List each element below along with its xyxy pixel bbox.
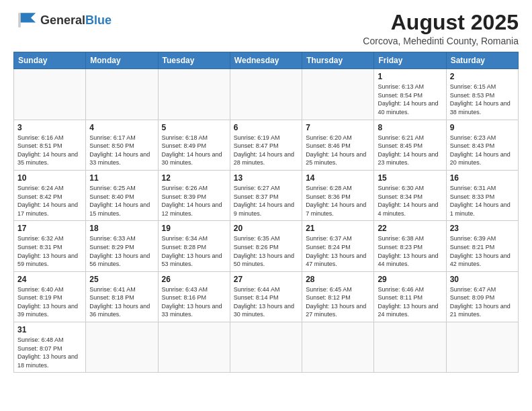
day-info: Sunrise: 6:35 AM Sunset: 8:26 PM Dayligh… bbox=[234, 234, 298, 268]
calendar-cell: 31Sunrise: 6:48 AM Sunset: 8:07 PM Dayli… bbox=[14, 322, 86, 373]
calendar-cell: 14Sunrise: 6:28 AM Sunset: 8:36 PM Dayli… bbox=[302, 170, 374, 220]
day-number: 4 bbox=[89, 123, 154, 132]
calendar-cell: 9Sunrise: 6:23 AM Sunset: 8:43 PM Daylig… bbox=[446, 120, 518, 170]
day-info: Sunrise: 6:32 AM Sunset: 8:31 PM Dayligh… bbox=[17, 234, 82, 268]
calendar-cell bbox=[446, 322, 518, 373]
calendar-cell: 30Sunrise: 6:47 AM Sunset: 8:09 PM Dayli… bbox=[446, 271, 518, 322]
calendar-cell: 12Sunrise: 6:26 AM Sunset: 8:39 PM Dayli… bbox=[158, 170, 230, 220]
day-info: Sunrise: 6:38 AM Sunset: 8:23 PM Dayligh… bbox=[378, 234, 442, 268]
day-info: Sunrise: 6:27 AM Sunset: 8:37 PM Dayligh… bbox=[234, 184, 298, 218]
day-info: Sunrise: 6:48 AM Sunset: 8:07 PM Dayligh… bbox=[17, 336, 82, 369]
day-info: Sunrise: 6:40 AM Sunset: 8:19 PM Dayligh… bbox=[17, 285, 82, 319]
calendar-cell: 22Sunrise: 6:38 AM Sunset: 8:23 PM Dayli… bbox=[374, 221, 446, 271]
calendar-cell: 10Sunrise: 6:24 AM Sunset: 8:42 PM Dayli… bbox=[14, 170, 86, 220]
day-number: 13 bbox=[234, 173, 298, 183]
weekday-tuesday: Tuesday bbox=[158, 52, 230, 69]
day-number: 31 bbox=[17, 325, 82, 334]
day-number: 16 bbox=[450, 173, 515, 183]
day-info: Sunrise: 6:47 AM Sunset: 8:09 PM Dayligh… bbox=[450, 285, 515, 319]
day-info: Sunrise: 6:17 AM Sunset: 8:50 PM Dayligh… bbox=[89, 134, 154, 167]
subtitle: Corcova, Mehedinti County, Romania bbox=[363, 36, 519, 46]
header: GeneralBlue August 2025 Corcova, Mehedin… bbox=[13, 11, 519, 46]
day-info: Sunrise: 6:31 AM Sunset: 8:33 PM Dayligh… bbox=[450, 184, 515, 218]
calendar-cell: 25Sunrise: 6:41 AM Sunset: 8:18 PM Dayli… bbox=[86, 271, 158, 322]
calendar-cell: 3Sunrise: 6:16 AM Sunset: 8:51 PM Daylig… bbox=[14, 120, 86, 170]
day-number: 22 bbox=[378, 224, 442, 233]
calendar-cell bbox=[230, 322, 302, 373]
calendar-cell bbox=[158, 69, 230, 120]
day-number: 5 bbox=[162, 123, 226, 132]
day-info: Sunrise: 6:23 AM Sunset: 8:43 PM Dayligh… bbox=[450, 134, 515, 167]
day-info: Sunrise: 6:33 AM Sunset: 8:29 PM Dayligh… bbox=[89, 234, 154, 268]
day-info: Sunrise: 6:13 AM Sunset: 8:54 PM Dayligh… bbox=[378, 83, 442, 116]
weekday-saturday: Saturday bbox=[446, 52, 518, 69]
calendar-cell: 18Sunrise: 6:33 AM Sunset: 8:29 PM Dayli… bbox=[86, 221, 158, 271]
day-number: 6 bbox=[234, 123, 298, 132]
day-number: 17 bbox=[17, 224, 82, 233]
page: GeneralBlue August 2025 Corcova, Mehedin… bbox=[0, 0, 532, 411]
calendar-cell: 21Sunrise: 6:37 AM Sunset: 8:24 PM Dayli… bbox=[302, 221, 374, 271]
week-row-2: 3Sunrise: 6:16 AM Sunset: 8:51 PM Daylig… bbox=[14, 120, 519, 170]
calendar-cell: 23Sunrise: 6:39 AM Sunset: 8:21 PM Dayli… bbox=[446, 221, 518, 271]
day-number: 10 bbox=[17, 173, 82, 183]
day-info: Sunrise: 6:37 AM Sunset: 8:24 PM Dayligh… bbox=[306, 234, 370, 268]
calendar-cell: 8Sunrise: 6:21 AM Sunset: 8:45 PM Daylig… bbox=[374, 120, 446, 170]
day-number: 8 bbox=[378, 123, 442, 132]
day-number: 3 bbox=[17, 123, 82, 132]
logo-text: GeneralBlue bbox=[40, 14, 112, 27]
calendar-cell bbox=[230, 69, 302, 120]
day-number: 29 bbox=[378, 275, 442, 284]
generalblue-icon bbox=[13, 11, 38, 30]
day-info: Sunrise: 6:46 AM Sunset: 8:11 PM Dayligh… bbox=[378, 285, 442, 319]
day-number: 12 bbox=[162, 173, 226, 183]
day-info: Sunrise: 6:44 AM Sunset: 8:14 PM Dayligh… bbox=[234, 285, 298, 319]
calendar-cell: 5Sunrise: 6:18 AM Sunset: 8:49 PM Daylig… bbox=[158, 120, 230, 170]
day-info: Sunrise: 6:24 AM Sunset: 8:42 PM Dayligh… bbox=[17, 184, 82, 218]
day-info: Sunrise: 6:20 AM Sunset: 8:46 PM Dayligh… bbox=[306, 134, 370, 167]
calendar-cell: 16Sunrise: 6:31 AM Sunset: 8:33 PM Dayli… bbox=[446, 170, 518, 220]
day-number: 27 bbox=[234, 275, 298, 284]
day-info: Sunrise: 6:41 AM Sunset: 8:18 PM Dayligh… bbox=[89, 285, 154, 319]
day-number: 1 bbox=[378, 72, 442, 81]
day-info: Sunrise: 6:19 AM Sunset: 8:47 PM Dayligh… bbox=[234, 134, 298, 167]
weekday-monday: Monday bbox=[86, 52, 158, 69]
day-info: Sunrise: 6:43 AM Sunset: 8:16 PM Dayligh… bbox=[162, 285, 226, 319]
logo: GeneralBlue bbox=[13, 11, 112, 30]
day-number: 19 bbox=[162, 224, 226, 233]
calendar-cell: 1Sunrise: 6:13 AM Sunset: 8:54 PM Daylig… bbox=[374, 69, 446, 120]
calendar-header: SundayMondayTuesdayWednesdayThursdayFrid… bbox=[14, 52, 519, 69]
day-info: Sunrise: 6:16 AM Sunset: 8:51 PM Dayligh… bbox=[17, 134, 82, 167]
day-number: 21 bbox=[306, 224, 370, 233]
day-number: 23 bbox=[450, 224, 515, 233]
week-row-6: 31Sunrise: 6:48 AM Sunset: 8:07 PM Dayli… bbox=[14, 322, 519, 373]
calendar-cell bbox=[158, 322, 230, 373]
day-info: Sunrise: 6:28 AM Sunset: 8:36 PM Dayligh… bbox=[306, 184, 370, 218]
day-number: 26 bbox=[162, 275, 226, 284]
day-info: Sunrise: 6:34 AM Sunset: 8:28 PM Dayligh… bbox=[162, 234, 226, 268]
calendar-cell: 2Sunrise: 6:15 AM Sunset: 8:53 PM Daylig… bbox=[446, 69, 518, 120]
weekday-sunday: Sunday bbox=[14, 52, 86, 69]
day-number: 25 bbox=[89, 275, 154, 284]
day-info: Sunrise: 6:39 AM Sunset: 8:21 PM Dayligh… bbox=[450, 234, 515, 268]
day-number: 9 bbox=[450, 123, 515, 132]
day-number: 2 bbox=[450, 72, 515, 81]
calendar-cell bbox=[374, 322, 446, 373]
calendar-cell: 4Sunrise: 6:17 AM Sunset: 8:50 PM Daylig… bbox=[86, 120, 158, 170]
calendar-cell bbox=[302, 69, 374, 120]
calendar-cell bbox=[86, 69, 158, 120]
calendar-cell bbox=[86, 322, 158, 373]
day-number: 28 bbox=[306, 275, 370, 284]
day-number: 24 bbox=[17, 275, 82, 284]
day-info: Sunrise: 6:18 AM Sunset: 8:49 PM Dayligh… bbox=[162, 134, 226, 167]
day-info: Sunrise: 6:25 AM Sunset: 8:40 PM Dayligh… bbox=[89, 184, 154, 218]
week-row-3: 10Sunrise: 6:24 AM Sunset: 8:42 PM Dayli… bbox=[14, 170, 519, 220]
calendar-cell: 11Sunrise: 6:25 AM Sunset: 8:40 PM Dayli… bbox=[86, 170, 158, 220]
calendar-cell: 6Sunrise: 6:19 AM Sunset: 8:47 PM Daylig… bbox=[230, 120, 302, 170]
calendar-cell: 26Sunrise: 6:43 AM Sunset: 8:16 PM Dayli… bbox=[158, 271, 230, 322]
calendar-cell: 29Sunrise: 6:46 AM Sunset: 8:11 PM Dayli… bbox=[374, 271, 446, 322]
day-info: Sunrise: 6:30 AM Sunset: 8:34 PM Dayligh… bbox=[378, 184, 442, 218]
week-row-1: 1Sunrise: 6:13 AM Sunset: 8:54 PM Daylig… bbox=[14, 69, 519, 120]
calendar-cell: 13Sunrise: 6:27 AM Sunset: 8:37 PM Dayli… bbox=[230, 170, 302, 220]
calendar-cell: 15Sunrise: 6:30 AM Sunset: 8:34 PM Dayli… bbox=[374, 170, 446, 220]
day-number: 14 bbox=[306, 173, 370, 183]
